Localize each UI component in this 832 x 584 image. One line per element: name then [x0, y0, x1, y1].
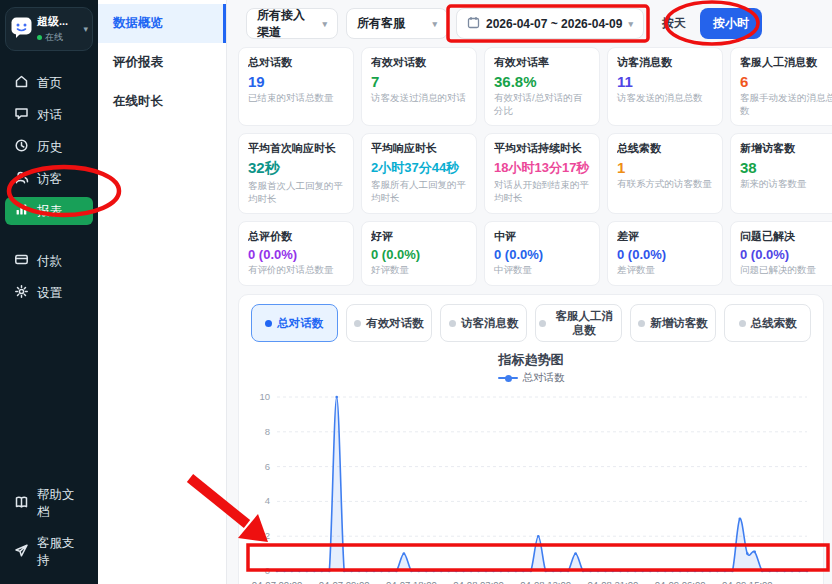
- stat-description: 已结束的对话总数量: [248, 92, 344, 105]
- stat-value: 0 (0.0%): [494, 247, 590, 262]
- stat-description: 客服所有人工回复的平均时长: [371, 179, 467, 204]
- legend-line-marker-icon: [498, 377, 518, 379]
- chart-title: 指标趋势图: [251, 351, 811, 369]
- submenu-item-数据概览[interactable]: 数据概览: [98, 4, 226, 43]
- sidebar-item-帮助文档[interactable]: 帮助文档: [5, 482, 93, 526]
- main-content: 所有接入渠道 ▾ 所有客服 ▾ 2026-04-07 ~ 2026-04-09 …: [227, 0, 832, 584]
- submenu-item-在线时长[interactable]: 在线时长: [98, 82, 226, 121]
- stat-value: 11: [617, 73, 713, 90]
- stat-description: 访客发送过消息的对话: [371, 92, 467, 105]
- workspace-switcher[interactable]: 超级... 在线 ▾: [5, 7, 93, 51]
- stat-description: 差评数量: [617, 264, 713, 277]
- workspace-name: 超级...: [37, 14, 68, 29]
- stat-description: 中评数量: [494, 264, 590, 277]
- chart-tab-总对话数[interactable]: 总对话数: [251, 304, 338, 343]
- stat-description: 有联系方式的访客数量: [617, 178, 713, 191]
- stat-value: 0 (0.0%): [248, 247, 344, 262]
- svg-text:4: 4: [265, 496, 270, 507]
- by-day-button[interactable]: 按天: [656, 15, 692, 32]
- svg-text:04-08 03:00: 04-08 03:00: [453, 579, 504, 584]
- sidebar-item-首页[interactable]: 首页: [5, 69, 93, 97]
- stat-description: 新来的访客数量: [740, 178, 832, 191]
- agent-filter-select[interactable]: 所有客服 ▾: [346, 8, 448, 39]
- help-doc-icon: [14, 495, 29, 513]
- by-hour-button[interactable]: 按小时: [700, 8, 762, 39]
- stat-label: 访客消息数: [617, 55, 713, 70]
- sidebar-bottom-nav: 帮助文档客服支持: [5, 482, 93, 574]
- stat-card-差评: 差评 0 (0.0%) 差评数量: [607, 221, 723, 286]
- sidebar-item-历史[interactable]: 历史: [5, 133, 93, 161]
- svg-text:04-09 15:00: 04-09 15:00: [722, 579, 773, 584]
- stat-label: 总对话数: [248, 55, 344, 70]
- date-range-picker[interactable]: 2026-04-07 ~ 2026-04-09 ▾: [456, 8, 644, 39]
- filter-toolbar: 所有接入渠道 ▾ 所有客服 ▾ 2026-04-07 ~ 2026-04-09 …: [246, 8, 832, 39]
- trend-line-chart[interactable]: 024681004-07 00:0004-07 09:0004-07 18:00…: [251, 385, 817, 584]
- tab-dot-icon: [354, 320, 361, 327]
- stat-value: 0 (0.0%): [740, 247, 832, 262]
- chart-tab-总线索数[interactable]: 总线索数: [724, 304, 811, 343]
- sidebar-item-设置[interactable]: 设置: [5, 279, 93, 307]
- stat-card-总线索数: 总线索数 1 有联系方式的访客数量: [607, 133, 723, 214]
- history-clock-icon: [14, 138, 29, 156]
- svg-text:10: 10: [259, 391, 270, 402]
- sidebar-item-报表[interactable]: 报表: [5, 197, 93, 225]
- tab-dot-icon: [449, 320, 456, 327]
- channel-filter-value: 所有接入渠道: [257, 7, 316, 41]
- stat-label: 有效对话率: [494, 55, 590, 70]
- stat-card-问题已解决: 问题已解决 0 (0.0%) 问题已解决的数量: [730, 221, 832, 286]
- stat-value: 19: [248, 73, 344, 90]
- svg-text:0: 0: [265, 565, 270, 576]
- sidebar-nav: 首页对话历史访客报表付款设置: [5, 69, 93, 307]
- sidebar-item-客服支持[interactable]: 客服支持: [5, 530, 93, 574]
- stat-label: 总评价数: [248, 229, 344, 244]
- stat-value: 2小时37分44秒: [371, 159, 467, 177]
- submenu-item-评价报表[interactable]: 评价报表: [98, 43, 226, 82]
- visitors-icon: [14, 170, 29, 188]
- stat-card-访客消息数: 访客消息数 11 访客发送的消息总数: [607, 47, 723, 126]
- stat-card-平均对话持续时长: 平均对话持续时长 18小时13分17秒 对话从开始到结束的平均时长: [484, 133, 600, 214]
- stat-card-总对话数: 总对话数 19 已结束的对话总数量: [238, 47, 354, 126]
- svg-text:2: 2: [265, 531, 270, 542]
- stat-label: 平均响应时长: [371, 141, 467, 156]
- settings-gear-icon: [14, 284, 29, 302]
- app-logo-icon: [10, 16, 33, 43]
- svg-text:04-08 12:00: 04-08 12:00: [520, 579, 571, 584]
- chart-tab-访客消息数[interactable]: 访客消息数: [440, 304, 527, 343]
- chevron-down-icon: ▾: [322, 19, 327, 29]
- stat-description: 对话从开始到结束的平均时长: [494, 179, 590, 204]
- online-status-label: 在线: [45, 31, 63, 44]
- sidebar-item-对话[interactable]: 对话: [5, 101, 93, 129]
- stat-card-中评: 中评 0 (0.0%) 中评数量: [484, 221, 600, 286]
- stat-value: 36.8%: [494, 73, 590, 90]
- stat-description: 访客发送的消息总数: [617, 92, 713, 105]
- tab-dot-icon: [638, 320, 645, 327]
- stat-description: 有效对话/总对话的百分比: [494, 92, 590, 117]
- stat-label: 客服人工消息数: [740, 55, 832, 70]
- tab-dot-icon: [739, 320, 746, 327]
- stat-label: 差评: [617, 229, 713, 244]
- main-sidebar: 超级... 在线 ▾ 首页对话历史访客报表付款设置 帮助文档客服支持: [0, 0, 98, 584]
- chart-legend[interactable]: 总对话数: [251, 371, 811, 385]
- stat-card-总评价数: 总评价数 0 (0.0%) 有评价的对话总数量: [238, 221, 354, 286]
- stat-label: 平均对话持续时长: [494, 141, 590, 156]
- chat-icon: [14, 106, 29, 124]
- report-submenu: 数据概览评价报表在线时长: [98, 0, 227, 584]
- report-chart-icon: [14, 202, 29, 220]
- stat-description: 好评数量: [371, 264, 467, 277]
- stat-card-有效对话数: 有效对话数 7 访客发送过消息的对话: [361, 47, 477, 126]
- chart-tab-新增访客数[interactable]: 新增访客数: [630, 304, 717, 343]
- calendar-icon: [467, 16, 480, 32]
- stat-value: 6: [740, 73, 832, 90]
- stat-value: 0 (0.0%): [617, 247, 713, 262]
- svg-text:8: 8: [265, 426, 270, 437]
- stat-card-有效对话率: 有效对话率 36.8% 有效对话/总对话的百分比: [484, 47, 600, 126]
- channel-filter-select[interactable]: 所有接入渠道 ▾: [246, 8, 338, 39]
- stat-card-好评: 好评 0 (0.0%) 好评数量: [361, 221, 477, 286]
- chart-tab-客服人工消息数[interactable]: 客服人工消息数: [535, 304, 622, 343]
- sidebar-item-付款[interactable]: 付款: [5, 247, 93, 275]
- stat-card-新增访客数: 新增访客数 38 新来的访客数量: [730, 133, 832, 214]
- chart-tab-有效对话数[interactable]: 有效对话数: [346, 304, 433, 343]
- legend-label: 总对话数: [523, 371, 565, 385]
- stat-value: 7: [371, 73, 467, 90]
- sidebar-item-访客[interactable]: 访客: [5, 165, 93, 193]
